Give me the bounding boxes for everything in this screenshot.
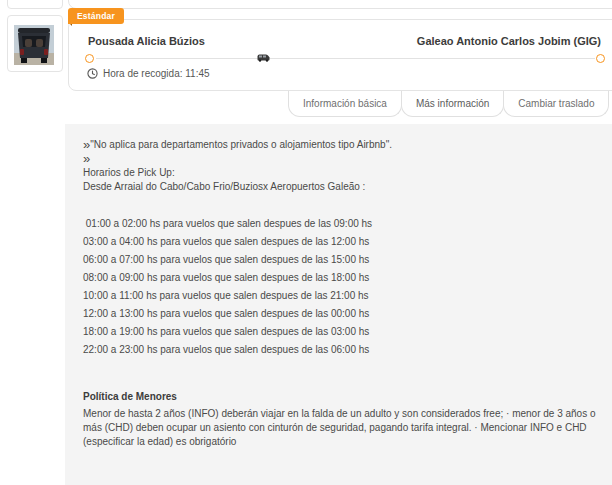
schedule-line: 06:00 a 07:00 hs para vuelos que salen d… [83, 253, 606, 267]
schedule-line: 18:00 a 19:00 hs para vuelos que salen d… [83, 325, 606, 339]
pickup-schedule-subtitle: Desde Arraial do Cabo/Cabo Frio/Buziosx … [83, 180, 606, 194]
section-marker: » [83, 152, 606, 166]
vehicle-photo [14, 25, 54, 65]
chevrons-marker-icon: » [83, 151, 90, 166]
tab-cambiar-traslado[interactable]: Cambiar traslado [503, 91, 609, 117]
minors-policy-title: Política de Menores [83, 390, 606, 404]
origin-circle-marker-icon [85, 54, 94, 63]
pickup-time-row: Hora de recogida: 11:45 [87, 68, 210, 79]
transfer-card: Pousada Alicia Búzios Galeao Antonio Car… [68, 19, 612, 91]
clock-icon [87, 68, 98, 79]
schedule-line: 08:00 a 09:00 hs para vuelos que salen d… [83, 271, 606, 285]
van-icon [257, 53, 270, 62]
transfer-detail-screen: Estándar Pousada Alicia Búzios Galeao An… [0, 0, 612, 485]
previous-card-thumbnail [7, 0, 63, 9]
schedule-line: 01:00 a 02:00 hs para vuelos que salen d… [83, 217, 606, 231]
pickup-schedule-list: 01:00 a 02:00 hs para vuelos que salen d… [83, 217, 606, 357]
destination-circle-marker-icon [596, 54, 605, 63]
pickup-time-label: Hora de recogida: 11:45 [103, 68, 210, 79]
schedule-line: 03:00 a 04:00 hs para vuelos que salen d… [83, 235, 606, 249]
schedule-line: 12:00 a 13:00 hs para vuelos que salen d… [83, 307, 606, 321]
vehicle-thumbnail-box [7, 15, 63, 72]
tab-informacion-basica[interactable]: Información básica [288, 91, 402, 117]
airbnb-note-text: "No aplica para departamentos privados o… [90, 139, 392, 150]
schedule-line: 22:00 a 23:00 hs para vuelos que salen d… [83, 343, 606, 357]
pickup-schedule-title: Horarios de Pick Up: [83, 166, 606, 180]
previous-card [68, 0, 612, 9]
airbnb-note: »"No aplica para departamentos privados … [83, 138, 606, 152]
van-photo-illustration [14, 25, 54, 65]
tab-bar: Información básica Más información Cambi… [289, 91, 609, 117]
destination-name: Galeao Antonio Carlos Jobim (GIG) [69, 35, 601, 47]
more-information-panel: »"No aplica para departamentos privados … [65, 124, 612, 485]
route-line [96, 58, 595, 59]
minors-policy-text: Menor de hasta 2 años (INFO) deberán via… [83, 407, 601, 449]
tab-mas-informacion[interactable]: Más información [401, 91, 504, 117]
schedule-line: 10:00 a 11:00 hs para vuelos que salen d… [83, 289, 606, 303]
category-badge: Estándar [68, 8, 124, 24]
